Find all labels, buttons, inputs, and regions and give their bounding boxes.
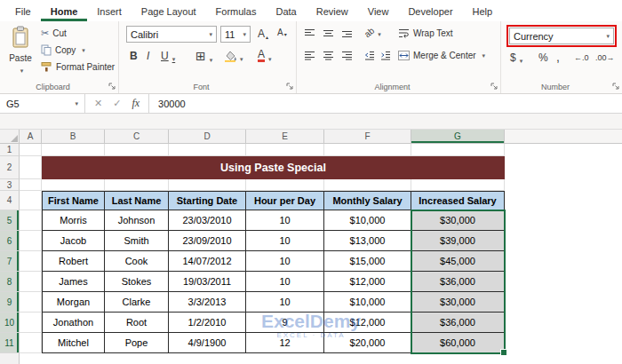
cell-F5[interactable]: $10,000 [324, 210, 411, 231]
empty-cell[interactable] [42, 144, 105, 156]
cell-D9[interactable]: 3/3/2013 [169, 292, 246, 313]
empty-cell[interactable] [20, 292, 42, 313]
italic-button[interactable]: I [147, 50, 149, 62]
empty-cell[interactable] [105, 179, 169, 191]
empty-cell[interactable] [20, 179, 42, 191]
empty-cell[interactable] [411, 144, 505, 156]
cell-C11[interactable]: Pope [105, 333, 169, 353]
font-dialog-launcher-icon[interactable] [285, 82, 294, 91]
row-header-9[interactable]: 9 [0, 292, 20, 313]
cell-B8[interactable]: James [42, 272, 105, 292]
cancel-icon[interactable]: ✕ [94, 98, 102, 109]
decrease-font-size-button[interactable]: A ▾ [277, 28, 287, 37]
font-name-combobox[interactable]: Calibri ▾ [126, 26, 217, 43]
cell-F7[interactable]: $15,000 [324, 251, 411, 272]
cell-D6[interactable]: 23/09/2010 [169, 231, 246, 251]
bold-button[interactable]: B [130, 50, 138, 62]
align-center-button[interactable] [323, 51, 334, 60]
empty-cell[interactable] [246, 144, 324, 156]
tab-formulas[interactable]: Formulas [206, 2, 267, 21]
tab-insert[interactable]: Insert [87, 2, 132, 21]
accounting-format-button[interactable]: $ ▾ [510, 51, 522, 64]
number-dialog-launcher-icon[interactable] [611, 82, 620, 91]
cell-C6[interactable]: Smith [105, 231, 169, 251]
tab-review[interactable]: Review [307, 2, 358, 21]
empty-cell[interactable] [20, 156, 42, 179]
cell-D7[interactable]: 14/07/2012 [169, 251, 246, 272]
cell-G7[interactable]: $45,000 [411, 251, 505, 272]
column-header-E[interactable]: E [246, 130, 324, 144]
font-size-combobox[interactable]: 11 ▾ [220, 26, 251, 43]
cell-F11[interactable]: $20,000 [324, 333, 411, 353]
column-header-A[interactable]: A [20, 130, 42, 144]
cell-B5[interactable]: Morris [42, 210, 105, 231]
row-header-11[interactable]: 11 [0, 333, 20, 353]
align-left-button[interactable] [304, 51, 315, 60]
tab-home[interactable]: Home [41, 2, 88, 21]
cell-G11[interactable]: $60,000 [411, 333, 505, 353]
cell-F10[interactable]: $12,000 [324, 313, 411, 333]
cell-F9[interactable]: $10,000 [324, 292, 411, 313]
borders-button[interactable]: ⊞ ▾ [195, 49, 212, 63]
row-header-3[interactable]: 3 [0, 179, 20, 191]
formula-input[interactable]: 30000 [149, 94, 622, 113]
tab-data[interactable]: Data [266, 2, 306, 21]
cell-B4[interactable]: First Name [42, 191, 105, 210]
row-header-1[interactable]: 1 [0, 144, 20, 156]
insert-function-icon[interactable]: fx [132, 97, 140, 110]
cell-D5[interactable]: 23/03/2010 [169, 210, 246, 231]
cell-E4[interactable]: Hour per Day [246, 191, 324, 210]
tab-help[interactable]: Help [463, 2, 503, 21]
select-all-corner[interactable] [0, 130, 20, 144]
row-header-8[interactable]: 8 [0, 272, 20, 292]
cell-E10[interactable]: 9 [246, 313, 324, 333]
cell-E6[interactable]: 10 [246, 231, 324, 251]
fill-color-button[interactable]: ▾ [224, 51, 243, 62]
column-header-D[interactable]: D [169, 130, 246, 144]
cell-C8[interactable]: Stokes [105, 272, 169, 292]
cell-C10[interactable]: Root [105, 313, 169, 333]
cell-D10[interactable]: 1/2/2010 [169, 313, 246, 333]
cut-button[interactable]: ✂ Cut [41, 28, 67, 39]
cell-F4[interactable]: Monthly Salary [324, 191, 411, 210]
increase-decimal-button[interactable]: ←.0 [574, 53, 589, 62]
empty-cell[interactable] [20, 144, 42, 156]
align-right-button[interactable] [341, 51, 353, 60]
cell-F8[interactable]: $12,000 [324, 272, 411, 292]
empty-cell[interactable] [20, 251, 42, 272]
tab-developer[interactable]: Developer [398, 2, 462, 21]
cell-E8[interactable]: 10 [246, 272, 324, 292]
column-header-B[interactable]: B [42, 130, 105, 144]
cell-E9[interactable]: 10 [246, 292, 324, 313]
align-top-button[interactable] [304, 28, 315, 38]
align-middle-button[interactable] [323, 28, 334, 38]
underline-button[interactable]: U ▾ [161, 50, 175, 62]
cell-C5[interactable]: Johnson [105, 210, 169, 231]
empty-cell[interactable] [169, 144, 246, 156]
cell-B7[interactable]: Robert [42, 251, 105, 272]
cell-G5[interactable]: $30,000 [411, 210, 505, 231]
empty-cell[interactable] [246, 179, 324, 191]
cell-B6[interactable]: Jacob [42, 231, 105, 251]
empty-cell[interactable] [20, 272, 42, 292]
merge-center-button[interactable]: Merge & Center ▾ [398, 51, 485, 60]
row-header-4[interactable]: 4 [0, 191, 20, 210]
empty-cell[interactable] [105, 144, 169, 156]
paste-button[interactable]: Paste ▾ [4, 24, 37, 75]
cell-B10[interactable]: Jonathon [42, 313, 105, 333]
banner-cell[interactable]: Using Paste Special [42, 156, 505, 179]
clipboard-dialog-launcher-icon[interactable] [108, 82, 116, 91]
orientation-button[interactable]: ab ▾ [364, 28, 381, 37]
wrap-text-button[interactable]: Wrap Text [398, 28, 453, 38]
decrease-indent-button[interactable] [364, 51, 375, 60]
empty-cell[interactable] [42, 179, 105, 191]
number-format-combobox[interactable]: Currency ▾ [509, 28, 614, 44]
empty-cell[interactable] [20, 313, 42, 333]
percent-style-button[interactable]: % [538, 51, 548, 64]
tab-file[interactable]: File [5, 2, 41, 21]
column-header-C[interactable]: C [105, 130, 169, 144]
cell-C4[interactable]: Last Name [105, 191, 169, 210]
cell-F6[interactable]: $13,000 [324, 231, 411, 251]
font-color-button[interactable]: A ▾ [258, 49, 272, 62]
increase-font-size-button[interactable]: A ▴ [258, 28, 268, 40]
